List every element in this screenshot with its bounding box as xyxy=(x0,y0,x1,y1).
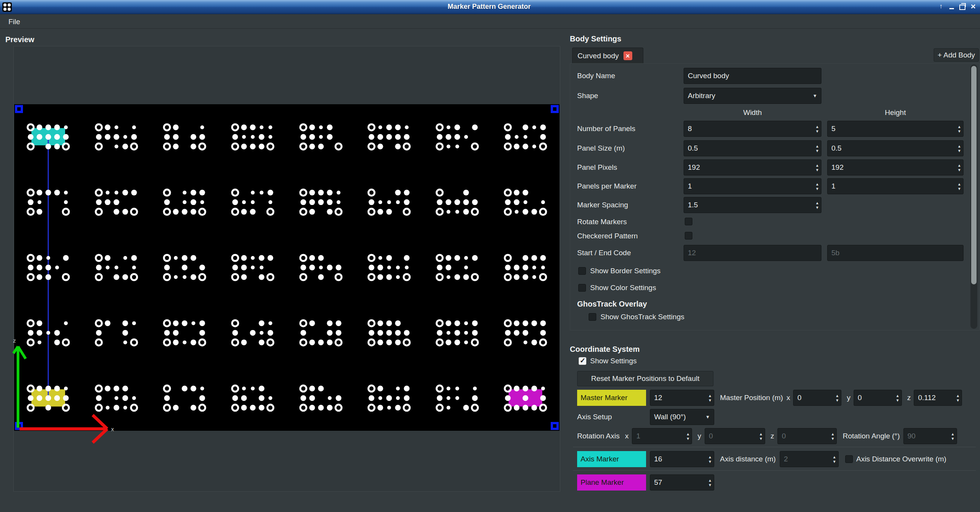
panel-size-width-input[interactable]: 0.5 ▲▼ xyxy=(684,140,821,156)
minimize-button[interactable] xyxy=(948,2,955,11)
show-border-settings-label: Show Border Settings xyxy=(590,267,661,275)
axis-marker-id-input[interactable]: 16 ▲▼ xyxy=(650,451,714,467)
corner-handle[interactable] xyxy=(551,422,559,430)
marker[interactable] xyxy=(96,190,137,215)
marker-dot xyxy=(318,144,324,149)
plane-marker-id-input[interactable]: 57 ▲▼ xyxy=(650,474,714,491)
master-z-input[interactable]: 0.112 ▲▼ xyxy=(914,390,962,406)
marker[interactable] xyxy=(505,255,546,280)
menu-file[interactable]: File xyxy=(6,17,23,27)
marker[interactable] xyxy=(232,124,273,149)
marker[interactable] xyxy=(164,124,205,149)
rotate-markers-checkbox[interactable] xyxy=(685,218,692,225)
marker[interactable] xyxy=(505,190,546,215)
panels-per-marker-width-input[interactable]: 1 ▲▼ xyxy=(684,178,821,194)
marker[interactable] xyxy=(437,190,478,215)
tab-curved-body[interactable]: Curved body ✕ xyxy=(572,48,643,64)
marker[interactable] xyxy=(437,255,478,280)
marker-ring xyxy=(368,124,375,130)
panel-size-height-input[interactable]: 0.5 ▲▼ xyxy=(827,140,964,156)
marker[interactable] xyxy=(300,320,342,345)
marker[interactable] xyxy=(232,255,273,280)
axis-distance-overwrite-checkbox[interactable] xyxy=(845,455,853,463)
show-border-settings-checkbox[interactable] xyxy=(578,267,586,275)
marker[interactable] xyxy=(300,190,342,215)
master-y-input[interactable]: 0 ▲▼ xyxy=(854,390,902,406)
spin-buttons[interactable]: ▲▼ xyxy=(815,164,821,172)
spin-buttons[interactable]: ▲▼ xyxy=(956,394,962,402)
marker-spacing-input[interactable]: 1.5 ▲▼ xyxy=(684,197,821,213)
show-color-settings-checkbox[interactable] xyxy=(578,284,586,292)
add-body-button[interactable]: + Add Body xyxy=(934,48,979,62)
marker-dot xyxy=(523,265,528,271)
spin-buttons[interactable]: ▲▼ xyxy=(815,201,821,209)
reset-marker-positions-button[interactable]: Reset Marker Positions to Default xyxy=(577,371,713,386)
spin-buttons[interactable]: ▲▼ xyxy=(815,182,821,190)
close-button[interactable]: ✕ xyxy=(969,2,977,11)
marker[interactable] xyxy=(96,386,137,411)
marker[interactable] xyxy=(505,320,546,345)
spin-buttons[interactable]: ▲▼ xyxy=(957,125,963,133)
corner-handle[interactable] xyxy=(551,105,559,113)
marker-dot xyxy=(46,265,51,271)
marker-dot xyxy=(378,386,383,391)
number-of-panels-width-input[interactable]: 8 ▲▼ xyxy=(684,121,821,137)
corner-handle[interactable] xyxy=(15,105,23,113)
tab-close-icon[interactable]: ✕ xyxy=(623,51,632,60)
preview-canvas[interactable]: zx xyxy=(14,104,560,431)
shape-dropdown[interactable]: Arbitrary ▼ xyxy=(684,88,821,104)
marker[interactable] xyxy=(300,386,342,411)
spin-buttons[interactable]: ▲▼ xyxy=(835,394,841,402)
panels-per-marker-height-input[interactable]: 1 ▲▼ xyxy=(827,178,964,194)
spin-buttons[interactable]: ▲▼ xyxy=(708,455,714,463)
marker[interactable] xyxy=(96,255,137,280)
panel-pixels-width-input[interactable]: 192 ▲▼ xyxy=(684,159,821,176)
axis-setup-dropdown[interactable]: Wall (90°) ▼ xyxy=(650,409,714,425)
marker[interactable] xyxy=(300,255,342,280)
marker[interactable] xyxy=(437,386,478,411)
spin-buttons[interactable]: ▲▼ xyxy=(708,394,714,402)
marker[interactable] xyxy=(232,386,273,411)
marker[interactable] xyxy=(164,190,205,215)
preview-header: Preview xyxy=(5,35,34,44)
marker[interactable] xyxy=(232,320,273,345)
show-settings-checkbox[interactable] xyxy=(579,357,586,365)
marker[interactable] xyxy=(368,386,410,411)
spin-buttons[interactable]: ▲▼ xyxy=(957,164,963,172)
spin-buttons[interactable]: ▲▼ xyxy=(896,394,901,402)
marker[interactable] xyxy=(96,320,137,345)
title-bar[interactable]: Marker Pattern Generator ↑ ✕ xyxy=(0,0,980,14)
marker[interactable] xyxy=(96,124,137,149)
marker-dot xyxy=(46,274,51,280)
marker[interactable] xyxy=(368,190,410,215)
spin-buttons[interactable]: ▲▼ xyxy=(815,125,821,133)
maximize-button[interactable] xyxy=(959,2,966,11)
marker[interactable] xyxy=(164,386,205,411)
number-of-panels-height-input[interactable]: 5 ▲▼ xyxy=(827,121,964,137)
marker[interactable] xyxy=(368,320,410,345)
marker[interactable] xyxy=(437,124,478,149)
marker-dot xyxy=(105,125,111,130)
panel-pixels-height-input[interactable]: 192 ▲▼ xyxy=(827,159,964,176)
marker[interactable] xyxy=(164,255,205,280)
marker[interactable] xyxy=(28,255,69,280)
show-ghostrack-settings-checkbox[interactable] xyxy=(589,313,596,321)
marker[interactable] xyxy=(505,124,546,149)
marker[interactable] xyxy=(437,320,478,345)
marker[interactable] xyxy=(232,190,273,215)
end-code-input[interactable]: 5b xyxy=(827,245,964,261)
marker[interactable] xyxy=(368,124,410,149)
spin-buttons[interactable]: ▲▼ xyxy=(708,479,714,487)
master-x-input[interactable]: 0 ▲▼ xyxy=(793,390,841,406)
marker[interactable] xyxy=(300,124,342,149)
spin-buttons[interactable]: ▲▼ xyxy=(815,144,821,153)
marker[interactable] xyxy=(164,320,205,345)
spin-buttons[interactable]: ▲▼ xyxy=(957,144,963,153)
marker[interactable] xyxy=(368,255,410,280)
start-code-input[interactable]: 12 xyxy=(684,245,821,261)
spin-buttons[interactable]: ▲▼ xyxy=(957,182,963,190)
shade-button[interactable]: ↑ xyxy=(937,2,945,11)
master-marker-id-input[interactable]: 12 ▲▼ xyxy=(650,390,714,406)
body-name-input[interactable]: Curved body xyxy=(684,68,821,84)
checkered-pattern-checkbox[interactable] xyxy=(685,232,692,240)
